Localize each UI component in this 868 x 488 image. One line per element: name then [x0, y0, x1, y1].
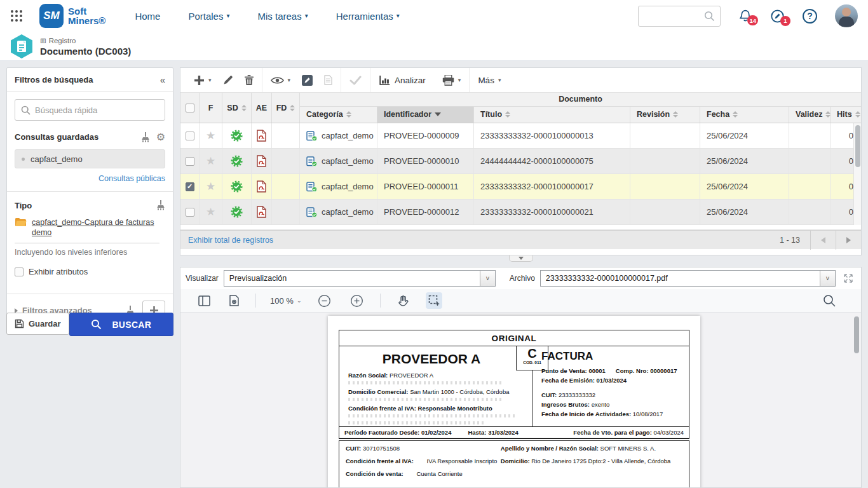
pdf-file-icon[interactable] — [257, 180, 266, 193]
cell-identificador: PROVEED-0000010 — [377, 149, 474, 173]
favorite-star-icon[interactable]: ★ — [206, 129, 215, 142]
quick-search-input[interactable] — [35, 105, 159, 115]
col-header-categoria[interactable]: Categoría — [300, 107, 377, 123]
more-button[interactable]: Más ▾ — [472, 71, 506, 90]
sidebar-toggle-icon[interactable] — [196, 293, 213, 309]
user-avatar[interactable] — [835, 4, 858, 27]
pdf-scrollbar[interactable] — [854, 316, 859, 353]
search-submit-button[interactable]: BUSCAR — [69, 313, 173, 336]
apps-grid-icon[interactable] — [10, 10, 23, 22]
pdf-canvas[interactable]: ORIGINAL PROVEEDOR A C COD. 011 Razón So… — [180, 313, 861, 487]
page-settings-icon[interactable] — [227, 292, 241, 309]
type-filter-link[interactable]: capfact_demo-Captura de facturas demo — [32, 217, 165, 238]
pdf-file-icon[interactable] — [257, 155, 266, 167]
quick-search-box[interactable] — [15, 99, 165, 121]
category-doc-icon — [306, 207, 317, 217]
nav-home[interactable]: Home — [135, 11, 160, 22]
col-header-hits[interactable]: Hits — [831, 107, 861, 123]
view-record-button[interactable]: ▾ — [265, 71, 297, 90]
status-seal-icon — [231, 155, 243, 167]
table-row[interactable]: ★ capfact_demo PROVEED-0000009 233333333… — [180, 123, 861, 149]
print-button[interactable]: ▾ — [437, 71, 467, 90]
save-button[interactable]: Guardar — [6, 313, 69, 335]
file-select[interactable]: 23333333332-0000100000017.pdf ˅ — [540, 270, 836, 287]
favorite-star-icon[interactable]: ★ — [206, 205, 215, 219]
help-button[interactable]: ? — [803, 9, 817, 24]
cell-revision — [630, 149, 700, 173]
sort-icon — [290, 105, 295, 111]
panel-splitter-handle[interactable] — [509, 255, 533, 262]
gear-icon[interactable]: ⚙ — [156, 131, 165, 143]
edit-record-button[interactable] — [217, 71, 239, 90]
col-header-ae[interactable]: AE — [252, 93, 272, 123]
zoom-in-icon[interactable] — [348, 292, 366, 310]
clear-filter-icon[interactable] — [156, 200, 165, 210]
pdf-toolbar: 100 % ⌄ — [180, 289, 861, 313]
col-header-fecha[interactable]: Fecha — [700, 107, 789, 123]
col-header-validez[interactable]: Validez — [789, 107, 831, 123]
row-checkbox[interactable] — [186, 132, 194, 140]
archivo-label: Archivo — [510, 274, 535, 283]
table-row[interactable]: ★ capfact_demo PROVEED-0000010 244444444… — [180, 149, 861, 174]
breadcrumb-section[interactable]: Registro — [49, 37, 76, 44]
collapse-panel-icon[interactable]: « — [160, 74, 165, 85]
chevron-down-icon: ▾ — [305, 13, 308, 19]
nav-mis-tareas[interactable]: Mis tareas▾ — [257, 11, 308, 22]
row-checkbox[interactable] — [186, 157, 194, 166]
records-toolbar: ▾ ▾ — [180, 68, 861, 93]
brand-logo[interactable]: SM Soft Miners® — [39, 4, 105, 28]
status-seal-icon — [231, 180, 243, 193]
row-checkbox[interactable] — [186, 182, 194, 191]
marquee-select-icon[interactable] — [426, 292, 442, 309]
pdf-file-icon[interactable] — [257, 130, 266, 142]
row-checkbox[interactable] — [186, 208, 194, 217]
expand-box-icon[interactable]: ⊞ — [40, 36, 46, 45]
add-record-button[interactable]: ▾ — [188, 71, 217, 90]
notifications-button[interactable]: 14 — [738, 9, 752, 23]
favorite-star-icon[interactable]: ★ — [206, 154, 215, 168]
table-row[interactable]: ★ capfact_demo PROVEED-0000012 233333333… — [180, 200, 861, 225]
pending-tasks-button[interactable]: 1 — [770, 9, 785, 24]
favorite-star-icon[interactable]: ★ — [206, 180, 215, 193]
show-total-link[interactable]: Exhibir total de registros — [188, 236, 273, 245]
group-header-documento: Documento — [300, 93, 861, 107]
global-search-input[interactable] — [644, 11, 704, 21]
cell-fecha: 25/06/2024 — [700, 174, 789, 199]
zoom-level-select[interactable]: 100 % ⌄ — [270, 296, 301, 306]
pdf-search-icon[interactable] — [820, 292, 838, 309]
edit-document-icon — [302, 75, 313, 86]
col-header-f[interactable]: F — [200, 93, 222, 123]
nav-herramientas[interactable]: Herramientas▾ — [336, 11, 400, 22]
table-scrollbar[interactable] — [853, 123, 861, 225]
cell-revision — [630, 200, 700, 224]
select-all-checkbox[interactable] — [186, 104, 194, 112]
edit-document-button[interactable] — [296, 71, 318, 90]
chevron-down-icon: ˅ — [820, 271, 835, 286]
next-page-button[interactable] — [836, 231, 861, 250]
col-header-sd[interactable]: SD — [222, 93, 252, 123]
prev-page-button[interactable] — [810, 231, 836, 250]
pan-hand-icon[interactable] — [395, 292, 412, 309]
global-search-box[interactable] — [638, 6, 721, 27]
col-header-fd[interactable]: FD — [272, 93, 300, 123]
view-mode-select[interactable]: Previsualización ˅ — [224, 270, 496, 287]
main-nav: Home Portales▾ Mis tareas▾ Herramientas▾ — [135, 11, 399, 22]
approve-button — [344, 71, 367, 90]
col-header-titulo[interactable]: Título — [474, 107, 630, 123]
delete-record-button[interactable] — [239, 71, 259, 90]
fullscreen-icon[interactable] — [843, 273, 853, 283]
saved-query-item[interactable]: capfact_demo — [15, 149, 165, 168]
nav-portales[interactable]: Portales▾ — [188, 11, 229, 22]
table-row-selected[interactable]: ★ capfact_demo PROVEED-0000011 233333333… — [180, 174, 861, 200]
col-header-revision[interactable]: Revisión — [630, 107, 700, 123]
more-label: Más — [478, 76, 494, 85]
clear-filter-icon[interactable] — [141, 132, 150, 142]
printer-icon — [442, 75, 454, 86]
col-header-identificador[interactable]: Identificador — [377, 107, 474, 123]
module-hexagon-icon — [10, 34, 34, 59]
zoom-out-icon[interactable] — [315, 292, 334, 310]
show-attributes-checkbox[interactable] — [15, 268, 24, 276]
pdf-file-icon[interactable] — [257, 206, 266, 218]
analyze-button[interactable]: Analizar — [373, 71, 431, 90]
public-queries-link[interactable]: Consultas públicas — [15, 174, 165, 183]
